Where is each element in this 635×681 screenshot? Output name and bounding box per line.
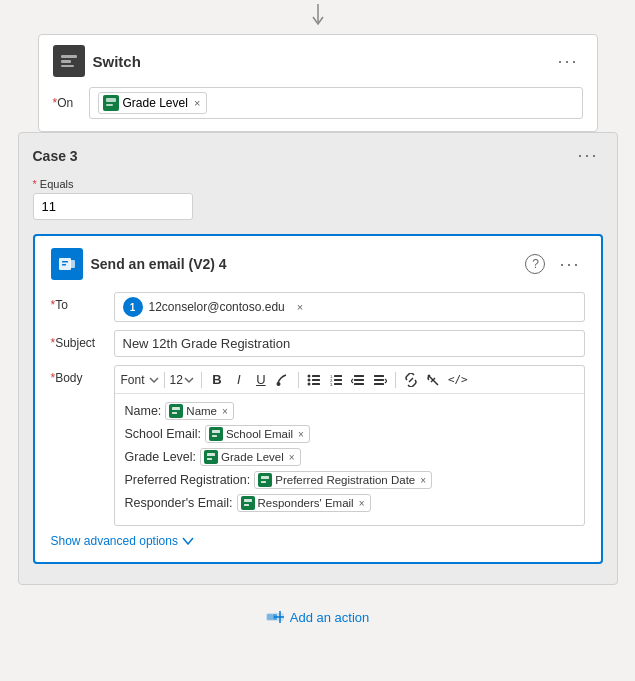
svg-rect-4 [106, 98, 116, 102]
responder-email-tag: Responders' Email × [237, 494, 371, 512]
grade-level-icon [103, 95, 119, 111]
body-line-responder-email: Responder's Email: Responders' Email × [125, 494, 574, 512]
preferred-reg-tag-remove[interactable]: × [420, 475, 426, 486]
responder-email-tag-remove[interactable]: × [359, 498, 365, 509]
to-field[interactable]: 1 12conselor@contoso.edu × [114, 292, 585, 322]
show-advanced-chevron [182, 537, 194, 545]
email-card-ellipsis-button[interactable]: ··· [555, 254, 584, 275]
svg-rect-32 [212, 435, 217, 437]
switch-header: Switch ··· [53, 45, 583, 77]
grade-level-tag: Grade Level × [98, 92, 208, 114]
body-line-school-email: School Email: School Email × [125, 425, 574, 443]
svg-point-10 [276, 382, 280, 386]
toolbar-div1 [164, 372, 165, 388]
svg-rect-36 [261, 481, 266, 483]
to-email-remove[interactable]: × [297, 301, 303, 313]
school-email-tag-remove[interactable]: × [298, 429, 304, 440]
svg-rect-28 [374, 383, 384, 385]
help-icon[interactable]: ? [525, 254, 545, 274]
switch-block: Switch ··· *On Grade Level × [38, 34, 598, 132]
svg-rect-14 [312, 379, 320, 381]
body-editor: Font 12 B I U [114, 365, 585, 526]
email-card-icons: ? ··· [525, 254, 584, 275]
switch-icon [53, 45, 85, 77]
svg-rect-34 [207, 458, 212, 460]
body-label: *Body [51, 365, 106, 385]
font-dropdown-icon [149, 376, 159, 384]
case3-title: Case 3 [33, 148, 78, 164]
preferred-reg-tag: Preferred Registration Date × [254, 471, 432, 489]
responder-email-tag-icon [241, 496, 255, 510]
underline-button[interactable]: U [251, 370, 271, 389]
svg-rect-27 [374, 379, 384, 381]
to-content: 1 12conselor@contoso.edu × [114, 292, 585, 322]
svg-rect-12 [312, 375, 320, 377]
switch-ellipsis-button[interactable]: ··· [553, 51, 582, 72]
toolbar-div4 [395, 372, 396, 388]
responder-email-tag-label: Responders' Email [258, 497, 354, 509]
svg-rect-7 [62, 261, 68, 263]
unlink-button[interactable] [423, 371, 443, 389]
font-label: Font [121, 373, 145, 387]
case3-ellipsis-button[interactable]: ··· [573, 145, 602, 166]
svg-rect-40 [267, 614, 273, 620]
svg-rect-23 [354, 375, 364, 377]
grade-level-body-tag-remove[interactable]: × [289, 452, 295, 463]
equals-label: Equals [33, 178, 603, 190]
subject-label: *Subject [51, 330, 106, 350]
connector-arrow [309, 0, 327, 34]
grade-level-tag-remove[interactable]: × [194, 97, 200, 109]
email-card: Send an email (V2) 4 ? ··· *To 1 12conse… [33, 234, 603, 564]
show-advanced-options[interactable]: Show advanced options [51, 534, 585, 548]
add-action-icon [266, 609, 284, 625]
italic-button[interactable]: I [229, 370, 249, 389]
indent-less-button[interactable] [348, 372, 368, 388]
body-content: Name: Name × [115, 394, 584, 525]
grade-level-body-tag: Grade Level × [200, 448, 301, 466]
name-tag-remove[interactable]: × [222, 406, 228, 417]
svg-text:3.: 3. [330, 382, 333, 386]
link-button[interactable] [401, 371, 421, 389]
code-button[interactable]: </> [445, 371, 471, 388]
svg-rect-38 [244, 504, 249, 506]
size-control: 12 [170, 373, 194, 387]
svg-point-15 [307, 382, 310, 385]
switch-title: Switch [93, 53, 141, 70]
svg-rect-5 [106, 104, 113, 106]
bold-button[interactable]: B [207, 370, 227, 389]
switch-header-left: Switch [53, 45, 141, 77]
switch-on-field: Grade Level × [89, 87, 583, 119]
subject-row: *Subject [51, 330, 585, 357]
responder-email-label: Responder's Email: [125, 496, 233, 510]
email-card-header-left: Send an email (V2) 4 [51, 248, 227, 280]
name-tag-icon [169, 404, 183, 418]
add-action-button[interactable]: Add an action [254, 603, 382, 631]
subject-input[interactable] [114, 330, 585, 357]
svg-point-11 [307, 374, 310, 377]
grade-level-label: Grade Level: [125, 450, 197, 464]
preferred-reg-tag-label: Preferred Registration Date [275, 474, 415, 486]
svg-rect-1 [61, 55, 77, 58]
switch-on-label: *On [53, 96, 81, 110]
body-line-name: Name: Name × [125, 402, 574, 420]
svg-rect-24 [354, 379, 364, 381]
svg-rect-29 [172, 407, 180, 410]
svg-rect-37 [244, 499, 252, 502]
grade-level-body-tag-label: Grade Level [221, 451, 284, 463]
svg-rect-25 [354, 383, 364, 385]
bullet-list-button[interactable] [304, 372, 324, 388]
size-value: 12 [170, 373, 183, 387]
num-list-button[interactable]: 1.2.3. [326, 372, 346, 388]
name-label: Name: [125, 404, 162, 418]
email-card-title: Send an email (V2) 4 [91, 256, 227, 272]
equals-section: Equals [33, 178, 603, 220]
add-action-row: Add an action [254, 603, 382, 631]
equals-input[interactable] [33, 193, 193, 220]
indent-more-button[interactable] [370, 372, 390, 388]
svg-rect-16 [312, 383, 320, 385]
to-row: *To 1 12conselor@contoso.edu × [51, 292, 585, 322]
grade-level-tag-label: Grade Level [123, 96, 188, 110]
svg-rect-20 [334, 379, 342, 381]
name-tag-label: Name [186, 405, 217, 417]
brush-button[interactable] [273, 371, 293, 389]
